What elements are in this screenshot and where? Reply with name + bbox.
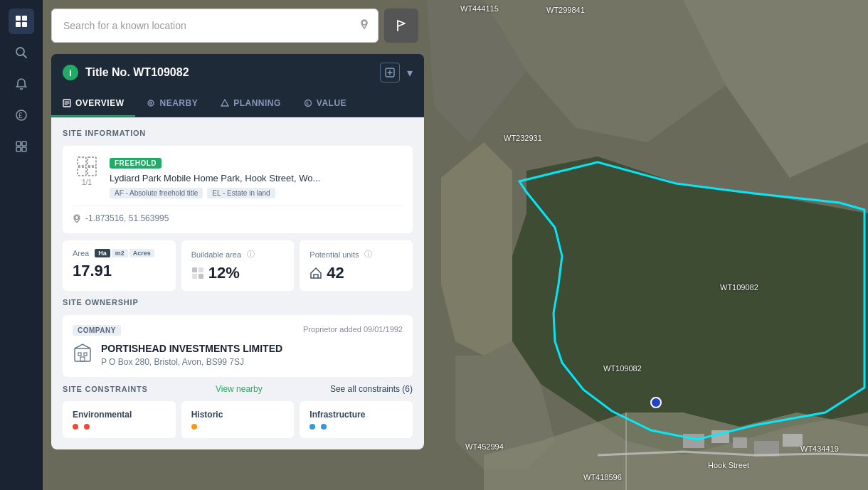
svg-text:£: £: [18, 112, 23, 119]
buildable-value: 12%: [191, 264, 285, 282]
sidebar-item-pound[interactable]: £: [9, 102, 34, 128]
svg-rect-1: [22, 16, 27, 21]
svg-rect-35: [88, 157, 96, 166]
house-icon: [309, 267, 322, 279]
freehold-badge: FREEHOLD: [110, 158, 162, 169]
svg-rect-7: [16, 142, 21, 146]
svg-point-30: [150, 102, 152, 105]
sidebar-item-grid[interactable]: [9, 134, 34, 159]
tab-overview[interactable]: OVERVIEW: [51, 91, 135, 117]
coordinates-value: -1.873516, 51.563995: [85, 213, 169, 223]
search-input[interactable]: [51, 9, 379, 43]
constraint-card-environmental: Environmental: [63, 401, 176, 438]
svg-rect-46: [80, 357, 85, 361]
property-counter: 1/1: [82, 179, 92, 186]
svg-rect-43: [75, 348, 90, 361]
potential-units-info-icon[interactable]: ⓘ: [364, 249, 372, 260]
overview-tab-icon: [63, 99, 71, 107]
tab-value[interactable]: £ VALUE: [292, 91, 358, 117]
search-input-wrapper: [51, 9, 379, 43]
view-nearby-link[interactable]: View nearby: [216, 384, 263, 394]
owner-address: P O Box 280, Bristol, Avon, BS99 7SJ: [101, 357, 282, 367]
search-bar: [51, 9, 418, 43]
svg-rect-8: [22, 142, 26, 146]
nearby-tab-icon: [147, 99, 155, 107]
site-ownership-title: SITE OWNERSHIP: [63, 298, 413, 307]
constraint-infrastructure-title: Infrastructure: [309, 410, 403, 420]
property-tags: AF - Absolute freehold title EL - Estate…: [110, 188, 403, 198]
constraint-historic-title: Historic: [191, 410, 285, 420]
property-card: 1/1 FREEHOLD Lydiard Park Mobile Home Pa…: [63, 146, 413, 233]
see-all-constraints-link[interactable]: See all constraints (6): [330, 384, 413, 394]
svg-point-38: [75, 216, 79, 220]
panel-title: Title No. WT109082: [85, 66, 373, 79]
svg-rect-10: [22, 147, 26, 151]
sidebar-item-search[interactable]: [9, 40, 34, 65]
unit-toggle: Ha m2 Acres: [95, 249, 154, 257]
sidebar: £: [0, 0, 43, 490]
area-value: 17.91: [73, 262, 166, 280]
ownership-body: PORTISHEAD INVESTMENTS LIMITED P O Box 2…: [73, 343, 403, 367]
property-info: FREEHOLD Lydiard Park Mobile Home Park, …: [110, 156, 403, 198]
svg-rect-2: [16, 22, 21, 27]
svg-rect-36: [78, 167, 86, 176]
svg-rect-23: [783, 434, 803, 447]
buildable-info-icon[interactable]: ⓘ: [247, 249, 255, 260]
sidebar-item-bell[interactable]: [9, 71, 34, 97]
company-building-icon: [73, 343, 92, 363]
ownership-header: COMPANY Proprietor added 09/01/1992: [73, 325, 403, 336]
svg-rect-41: [192, 274, 197, 279]
panel-add-button[interactable]: [380, 63, 400, 82]
company-badge: COMPANY: [73, 325, 121, 336]
tab-planning[interactable]: PLANNING: [209, 91, 292, 117]
constraints-header: SITE CONSTRAINTS View nearby See all con…: [63, 384, 413, 394]
panel-header: i Title No. WT109082 ▾: [51, 54, 424, 91]
value-tab-icon: £: [304, 99, 312, 107]
svg-point-4: [16, 48, 24, 55]
svg-rect-0: [16, 16, 21, 21]
owner-name: PORTISHEAD INVESTMENTS LIMITED: [101, 343, 282, 354]
svg-rect-3: [22, 22, 27, 27]
unit-m2[interactable]: m2: [112, 249, 128, 257]
constraint-card-historic: Historic: [181, 401, 295, 438]
site-information-title: SITE INFORMATION: [63, 129, 413, 137]
svg-rect-44: [78, 353, 81, 356]
svg-rect-39: [192, 267, 197, 272]
area-label: Area Ha m2 Acres: [73, 249, 166, 257]
property-card-header: 1/1 FREEHOLD Lydiard Park Mobile Home Pa…: [73, 156, 403, 198]
svg-rect-9: [16, 147, 21, 151]
planning-tab-icon: [221, 99, 229, 107]
svg-marker-16: [441, 142, 512, 356]
svg-rect-45: [84, 353, 87, 356]
potential-units-stat-card: Potential units ⓘ 42: [300, 240, 413, 291]
svg-rect-19: [683, 434, 704, 448]
svg-text:£: £: [306, 101, 309, 106]
constraint-environmental-title: Environmental: [73, 410, 166, 420]
svg-rect-37: [88, 167, 96, 176]
tag-el: EL - Estate in land: [207, 188, 275, 198]
flag-button[interactable]: [384, 9, 418, 43]
buildable-pattern-icon: [191, 267, 204, 279]
constraint-cards: Environmental Historic Infrastructure: [63, 401, 413, 438]
tab-nearby[interactable]: NEARBY: [135, 91, 209, 117]
svg-rect-21: [733, 437, 747, 448]
unit-ha[interactable]: Ha: [95, 249, 110, 257]
sidebar-item-logo[interactable]: [9, 9, 34, 34]
property-grid-icon: [76, 156, 97, 177]
buildable-area-stat-card: Buildable area ⓘ 12%: [181, 240, 295, 291]
site-constraints-title: SITE CONSTRAINTS: [63, 385, 148, 393]
potential-units-value: 42: [309, 264, 403, 282]
owner-details: PORTISHEAD INVESTMENTS LIMITED P O Box 2…: [101, 343, 282, 367]
proprietor-date: Proprietor added 09/01/1992: [303, 325, 403, 334]
main-area: WT299841 WT232931 WT109082 WT109082 WT45…: [43, 0, 868, 490]
buildable-label: Buildable area ⓘ: [191, 249, 285, 260]
unit-acres[interactable]: Acres: [129, 249, 154, 257]
potential-units-label: Potential units ⓘ: [309, 249, 403, 260]
ownership-card: COMPANY Proprietor added 09/01/1992 PORT…: [63, 315, 413, 377]
panel-chevron-icon[interactable]: ▾: [407, 66, 413, 80]
coordinates-row: -1.873516, 51.563995: [73, 206, 403, 223]
stats-row: Area Ha m2 Acres 17.91 Buildable area ⓘ: [63, 240, 413, 291]
svg-rect-34: [78, 157, 86, 166]
property-icon-box: 1/1: [73, 156, 101, 186]
svg-rect-40: [199, 267, 203, 272]
